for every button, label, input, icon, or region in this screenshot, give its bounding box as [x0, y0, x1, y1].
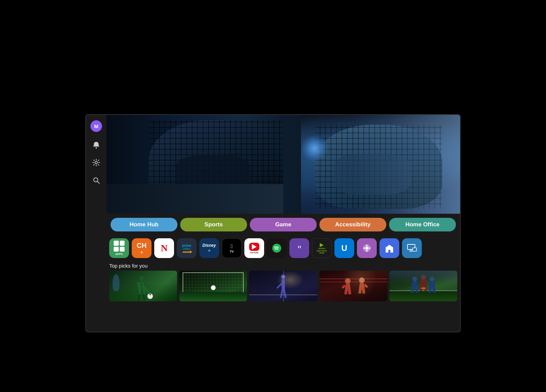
settings-icon[interactable]	[91, 158, 101, 167]
sidebar: M	[86, 115, 106, 332]
tab-home-office[interactable]: Home Office	[389, 218, 456, 231]
tab-game[interactable]: Game	[250, 218, 317, 231]
app-icon-screen[interactable]	[402, 238, 422, 258]
svg-point-10	[366, 245, 368, 246]
pick-thumb-1[interactable]	[109, 271, 177, 301]
app-icon-smarthome[interactable]	[379, 238, 399, 258]
svg-point-12	[366, 250, 368, 252]
svg-point-20	[281, 275, 285, 279]
app-icon-chplus[interactable]: CH +	[132, 238, 152, 258]
apps-row: APPS CH + N prime video	[106, 236, 460, 261]
pick-thumb-2[interactable]	[179, 271, 247, 301]
app-icon-purple1[interactable]	[357, 238, 377, 258]
svg-point-0	[96, 147, 97, 149]
app-icon-twitch[interactable]	[289, 238, 309, 258]
svg-point-13	[363, 247, 365, 249]
pick-thumb-3[interactable]	[249, 271, 317, 301]
search-icon[interactable]	[91, 176, 101, 185]
app-icon-apps[interactable]: APPS	[109, 238, 129, 258]
pick-thumb-5[interactable]	[389, 271, 457, 301]
user-avatar[interactable]: M	[90, 120, 102, 132]
app-icon-disney[interactable]: Disney +	[199, 238, 219, 258]
svg-line-3	[98, 182, 100, 184]
bell-icon[interactable]	[91, 140, 101, 150]
picks-row	[109, 271, 457, 301]
app-icon-spotify[interactable]	[267, 238, 287, 258]
tv-screen: M	[85, 114, 461, 332]
app-icon-youtube[interactable]: YouTube	[244, 238, 264, 258]
category-tabs: Home Hub Sports Game Accessibility Home …	[106, 214, 460, 236]
top-picks-label: Top picks for you	[109, 263, 457, 269]
svg-point-1	[95, 162, 98, 164]
hero-banner[interactable]	[106, 115, 460, 214]
app-icon-netflix[interactable]: N	[154, 238, 174, 258]
svg-point-2	[94, 178, 98, 182]
svg-rect-5	[300, 246, 301, 248]
app-icon-appletv[interactable]:  TV	[222, 238, 242, 258]
top-picks-section: Top picks for you	[106, 261, 460, 303]
tab-home-hub[interactable]: Home Hub	[111, 218, 177, 231]
app-icon-prime[interactable]: prime video	[177, 238, 197, 258]
svg-point-18	[139, 276, 144, 281]
tab-sports[interactable]: Sports	[180, 218, 247, 231]
app-icon-geforce[interactable]: ▶ NVIDIAGEFORCENOW	[312, 238, 332, 258]
pick-thumb-4[interactable]	[319, 271, 387, 301]
main-content: Home Hub Sports Game Accessibility Home …	[106, 115, 460, 332]
svg-rect-6	[298, 246, 299, 248]
svg-point-11	[369, 247, 371, 249]
app-icon-uplay[interactable]: U	[334, 238, 354, 258]
tab-accessibility[interactable]: Accessibility	[319, 218, 386, 231]
svg-rect-17	[413, 248, 417, 251]
svg-point-9	[365, 247, 368, 250]
